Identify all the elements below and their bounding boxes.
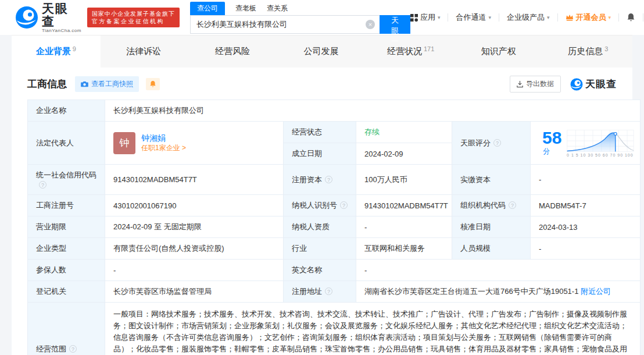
established-value: 2024-02-09 xyxy=(356,143,452,165)
insured-value: - xyxy=(105,260,284,281)
tab-count: 9 xyxy=(73,45,76,52)
reg-number-label: 工商注册号 xyxy=(28,195,105,216)
nav-notifications[interactable] xyxy=(627,13,635,22)
status-label: 经营状态 xyxy=(284,122,356,143)
established-label: 成立日期 xyxy=(284,143,356,165)
nav-cooperation[interactable]: 合作通道 ▾ xyxy=(456,12,491,23)
industry-value: 互联网和相关服务 xyxy=(356,238,452,260)
info-icon[interactable]: ? xyxy=(325,287,332,295)
info-icon[interactable]: ? xyxy=(493,139,501,147)
logo-swirl-icon xyxy=(570,78,583,91)
watermark-label: 天眼查 xyxy=(585,77,617,91)
tab-company-background[interactable]: 企业背景9 xyxy=(12,36,101,68)
tab-operating-status[interactable]: 经营状况171 xyxy=(366,36,455,68)
industry-label: 行业 xyxy=(284,238,356,260)
english-name-label: 英文名称 xyxy=(284,260,356,281)
divider xyxy=(499,13,499,22)
search-button[interactable]: 天眼一下 xyxy=(380,15,410,34)
search-tab-boss[interactable]: 查老板 xyxy=(235,2,256,15)
export-data-button[interactable]: 导出数据 xyxy=(510,76,561,93)
nav-apps-label: 应用 xyxy=(420,12,435,23)
info-icon[interactable]: ? xyxy=(325,176,332,183)
caret-down-icon: ▾ xyxy=(547,15,550,20)
tab-label: 企业背景 xyxy=(36,46,71,57)
tax-id-value: 91430102MADBM54T7T xyxy=(356,195,452,216)
business-scope-label: 经营范围? xyxy=(28,303,105,355)
tab-count: 171 xyxy=(424,45,434,52)
company-card: 企业背景9 法律诉讼 经营风险 公司发展 经营状况171 知识产权 历史信息3 … xyxy=(12,35,632,355)
table-row: 企业名称 长沙利美互娱科技有限公司 xyxy=(28,100,641,122)
bell-icon xyxy=(627,13,635,22)
search-input[interactable] xyxy=(190,15,380,34)
search-area: 查公司 查老板 查关系 × 天眼一下 xyxy=(190,2,410,34)
tax-qualification-label: 纳税人资质 xyxy=(284,216,356,238)
nav-enterprise-products[interactable]: 企业级产品 ▾ xyxy=(507,12,550,23)
divider xyxy=(643,13,643,22)
info-icon[interactable]: ? xyxy=(509,201,516,209)
table-row: 企业类型 有限责任公司(自然人投资或控股) 行业 互联网和相关服务 人员规模 - xyxy=(28,238,641,260)
export-button-label: 导出数据 xyxy=(526,79,554,89)
registry-label: 登记机关 xyxy=(28,281,105,303)
nav-cooperation-label: 合作通道 xyxy=(456,12,486,23)
org-code-label: 组织机构代码? xyxy=(452,195,531,216)
tab-label: 历史信息 xyxy=(568,46,603,57)
table-row: 统一社会信用代码? 91430102MADBM54T7T 注册资本? 100万人… xyxy=(28,165,641,195)
credit-code-label: 统一社会信用代码? xyxy=(28,165,105,195)
score-cell: 58分 xyxy=(531,122,641,165)
tab-history-info[interactable]: 历史信息3 xyxy=(543,36,632,68)
nav-vip-membership[interactable]: 开通会员 ▾ xyxy=(566,12,611,23)
top-nav: 应用 ▾ 合作通道 ▾ 企业级产品 ▾ 开通会员 ▾ xyxy=(410,12,644,23)
status-value: 存续 xyxy=(356,122,452,143)
tab-operating-risk[interactable]: 经营风险 xyxy=(189,36,278,68)
info-icon[interactable]: ? xyxy=(39,181,46,189)
nav-vip-label: 开通会员 xyxy=(576,12,606,23)
info-icon[interactable]: ? xyxy=(69,345,77,353)
badge-line1: 国家中小企业发展子基金旗下 xyxy=(92,10,175,17)
score-unit: 分 xyxy=(543,147,550,155)
legal-rep-avatar[interactable]: 钟 xyxy=(113,132,135,154)
section-title: 工商信息 xyxy=(27,77,67,91)
search-tab-relation[interactable]: 查关系 xyxy=(267,2,288,15)
legal-rep-companies-link[interactable]: 任职1家企业 > xyxy=(141,143,186,153)
address-label: 注册地址? xyxy=(284,281,356,303)
tab-legal-proceedings[interactable]: 法律诉讼 xyxy=(101,36,189,68)
table-row: 参保人数 - 英文名称 - xyxy=(28,260,641,281)
info-icon[interactable]: ? xyxy=(340,201,348,209)
logo-swirl-icon xyxy=(15,6,38,29)
nearby-companies-link[interactable]: 附近公司 xyxy=(581,287,611,296)
crown-icon xyxy=(566,14,574,21)
monitor-bell-button[interactable] xyxy=(146,78,160,90)
company-tabbar: 企业背景9 法律诉讼 经营风险 公司发展 经营状况171 知识产权 历史信息3 xyxy=(12,35,632,68)
tab-company-development[interactable]: 公司发展 xyxy=(278,36,367,68)
approval-date-value: 2024-03-13 xyxy=(531,216,641,238)
nav-apps[interactable]: 应用 ▾ xyxy=(410,12,441,23)
view-business-snapshot-button[interactable]: 查看工商快照 xyxy=(75,76,139,92)
logo-title: 天眼查 xyxy=(42,2,81,28)
paid-capital-label: 实缴资本 xyxy=(452,165,531,195)
search-tab-company[interactable]: 查公司 xyxy=(190,2,225,15)
insured-label: 参保人数 xyxy=(28,260,105,281)
table-row: 工商注册号 430102001067190 纳税人识别号? 91430102MA… xyxy=(28,195,641,216)
registry-value: 长沙市芙蓉区市场监督管理局 xyxy=(105,281,284,303)
tianyancha-logo[interactable]: 天眼查 TianYanCha.com xyxy=(15,2,81,33)
search-tabs: 查公司 查老板 查关系 xyxy=(190,2,410,15)
english-name-value: - xyxy=(356,260,641,281)
tab-label: 公司发展 xyxy=(304,46,339,57)
divider xyxy=(618,13,619,22)
legal-rep-name-link[interactable]: 钟湘娟 xyxy=(141,133,186,143)
tianyancha-watermark: 天眼查 xyxy=(570,77,617,91)
caret-down-icon: ▾ xyxy=(609,15,611,20)
company-name-label: 企业名称 xyxy=(28,100,105,122)
clear-search-icon[interactable]: × xyxy=(366,20,375,29)
business-scope-value: 一般项目：网络技术服务；技术服务、技术开发、技术咨询、技术交流、技术转让、技术推… xyxy=(105,303,641,355)
tab-label: 知识产权 xyxy=(481,46,516,57)
table-row: 登记机关 长沙市芙蓉区市场监督管理局 注册地址? 湖南省长沙市芙蓉区定王台街道五… xyxy=(28,281,641,303)
caret-down-icon: ▾ xyxy=(488,15,491,20)
bell-icon xyxy=(149,80,156,88)
snapshot-button-label: 查看工商快照 xyxy=(91,79,133,89)
company-name-value: 长沙利美互娱科技有限公司 xyxy=(105,100,641,122)
business-term-value: 2024-02-09 至 无固定期限 xyxy=(105,216,284,238)
tax-id-label: 纳税人识别号? xyxy=(284,195,356,216)
tab-intellectual-property[interactable]: 知识产权 xyxy=(455,36,544,68)
approval-date-label: 核准日期 xyxy=(452,216,531,238)
